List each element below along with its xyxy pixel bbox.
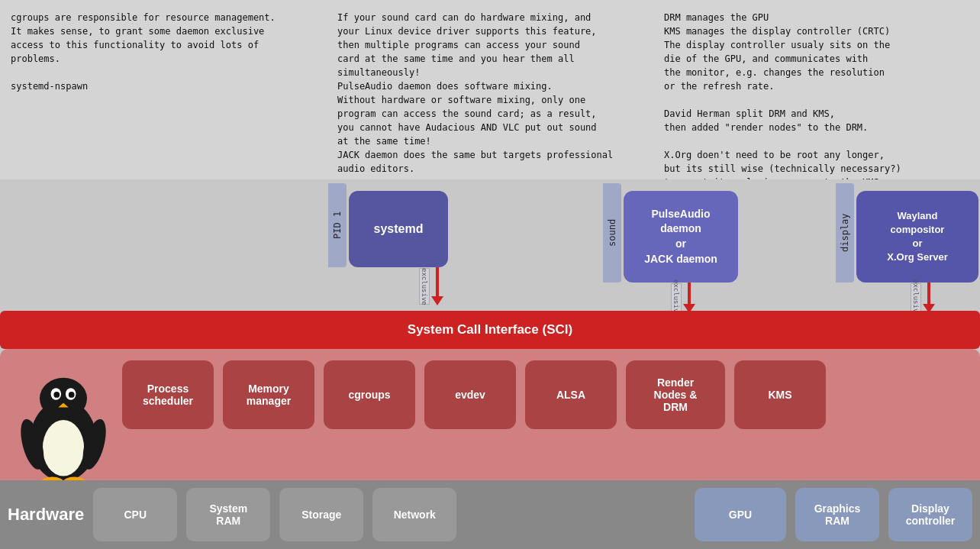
sci-bar: System Call Interface (SCI)	[0, 311, 980, 349]
memory-manager-box: Memory manager	[223, 360, 314, 429]
graphics-ram-box: Graphics RAM	[795, 488, 879, 541]
top-col-1: cgroups are responsible for resource man…	[0, 6, 327, 173]
render-nodes-drm-box: Render Nodes & DRM	[626, 360, 725, 429]
gpu-box: GPU	[695, 488, 786, 541]
pid1-group: PID 1 systemd	[328, 183, 448, 267]
hardware-row: Hardware CPU System RAM Storage Network …	[0, 480, 980, 549]
display-group: display Wayland compositor or X.Org Serv…	[836, 183, 978, 283]
svg-point-2	[40, 377, 87, 418]
col2-text: If your sound card can do hardware mixin…	[337, 11, 643, 176]
sound-group: sound PulseAudio daemon or JACK daemon	[603, 183, 738, 283]
top-col-2: If your sound card can do hardware mixin…	[327, 6, 653, 173]
red-arrow-1	[431, 267, 443, 305]
diagram-area: PID 1 systemd sound PulseAudio daemon or…	[0, 179, 980, 549]
top-col-3: DRM manages the GPU KMS manages the disp…	[653, 6, 980, 173]
system-ram-box: System RAM	[186, 488, 270, 541]
process-scheduler-box: Process scheduler	[122, 360, 214, 429]
excl-label-2: exclusive	[671, 283, 682, 312]
systemd-box: systemd	[349, 191, 448, 267]
svg-point-1	[42, 419, 83, 476]
alsa-box: ALSA	[525, 360, 617, 429]
hardware-label: Hardware	[8, 505, 84, 525]
evdev-box: evdev	[424, 360, 516, 429]
storage-box: Storage	[279, 488, 363, 541]
wayland-box: Wayland compositor or X.Org Server	[856, 191, 978, 283]
col3-text: DRM manages the GPU KMS manages the disp…	[664, 11, 969, 189]
arrow-display: exclusive	[911, 283, 935, 313]
network-box: Network	[372, 488, 456, 541]
red-arrow-3	[923, 283, 935, 313]
cgroups-box: cgroups	[324, 360, 415, 429]
display-label: display	[836, 183, 854, 283]
sound-label: sound	[603, 183, 621, 283]
pid1-label: PID 1	[328, 183, 347, 267]
col1-text: cgroups are responsible for resource man…	[11, 11, 316, 93]
svg-point-6	[68, 392, 74, 398]
pulseaudio-box: PulseAudio daemon or JACK daemon	[624, 191, 738, 283]
arrow-sound: exclusive	[671, 283, 695, 313]
excl-label-3: exclusive	[911, 283, 921, 312]
cpu-box: CPU	[93, 488, 177, 541]
tux-icon	[18, 370, 109, 489]
display-controller-box: Display controller	[888, 488, 972, 541]
red-arrow-2	[683, 283, 695, 313]
kms-box: KMS	[734, 360, 826, 429]
kernel-modules: Process scheduler Memory manager cgroups…	[122, 360, 826, 429]
top-section: cgroups are responsible for resource man…	[0, 0, 980, 179]
svg-point-5	[53, 392, 60, 398]
excl-label-1: exclusive	[419, 268, 430, 305]
arrow-systemd: exclusive	[419, 267, 443, 305]
